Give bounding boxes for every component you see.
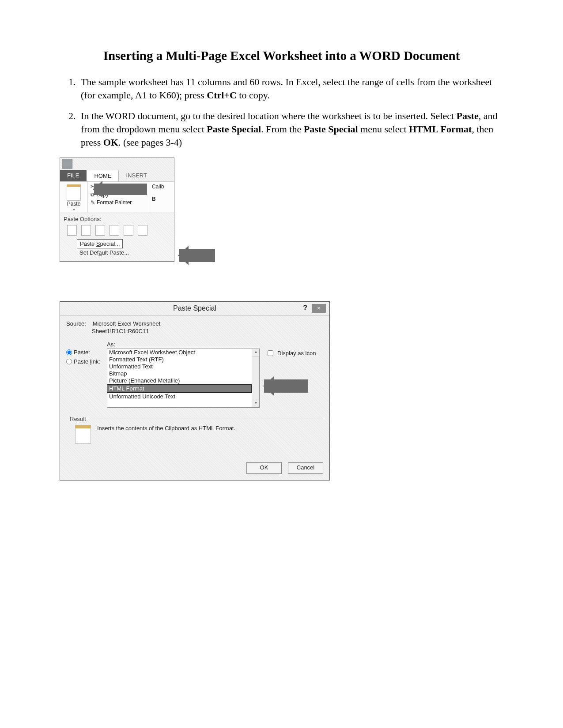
step2-text-g: menu select <box>358 124 409 135</box>
list-item[interactable]: Microsoft Excel Worksheet Object <box>107 349 259 356</box>
cancel-button[interactable]: Cancel <box>288 462 323 474</box>
paste-option-icon[interactable] <box>95 225 105 236</box>
step-1: The sample worksheet has 11 columns and … <box>78 75 503 101</box>
paste-options-header: Paste Options: <box>64 216 170 222</box>
page-title: Inserting a Multi-Page Excel Worksheet i… <box>60 49 503 63</box>
tab-insert[interactable]: INSERT <box>119 170 154 181</box>
source-value-1: Microsoft Excel Worksheet <box>93 320 161 327</box>
result-text: Inserts the contents of the Clipboard as… <box>97 425 235 444</box>
step2-b: Paste <box>457 110 479 121</box>
brush-icon: ✎ <box>91 199 95 206</box>
paste-special-menu-item[interactable]: Paste Special... <box>77 239 123 248</box>
dialog-titlebar: Paste Special ? × <box>60 302 329 315</box>
step1-shortcut: Ctrl+C <box>207 90 237 101</box>
step2-d: Paste Special <box>207 124 261 135</box>
step1-text-a: The sample worksheet has 11 columns and … <box>81 76 492 101</box>
format-listbox[interactable]: ▴ ▾ Microsoft Excel Worksheet Object For… <box>107 349 260 408</box>
paste-dropdown-icon[interactable]: ▾ <box>62 207 86 212</box>
list-item[interactable]: Bitmap <box>107 370 259 377</box>
list-item[interactable]: Unformatted Text <box>107 363 259 370</box>
paste-option-icon[interactable] <box>67 225 77 236</box>
display-as-icon-input[interactable] <box>268 350 273 356</box>
paste-link-radio-input[interactable] <box>66 359 72 364</box>
step2-text-k: . (see pages 3-4) <box>118 137 182 148</box>
paste-option-icon[interactable] <box>110 225 119 236</box>
mnemonic: a <box>98 249 102 256</box>
tab-home[interactable]: HOME <box>87 170 119 181</box>
callout-arrow-icon <box>264 379 308 393</box>
step1-text-c: to copy. <box>237 90 270 101</box>
paste-link-radio[interactable]: Paste link: <box>66 358 107 365</box>
result-group-label: Result <box>66 416 90 422</box>
clipboard-result-icon <box>75 425 91 444</box>
list-item[interactable]: Unformatted Unicode Text <box>107 393 259 400</box>
ok-button[interactable]: OK <box>246 462 282 474</box>
help-button[interactable]: ? <box>303 304 307 312</box>
bold-button[interactable]: B <box>152 196 172 202</box>
figure-paste-special-dialog: Paste Special ? × Source: Microsoft Exce… <box>60 301 338 480</box>
callout-arrow-icon <box>179 249 215 262</box>
display-as-icon-checkbox[interactable]: Display as icon <box>266 349 323 357</box>
step-2: In the WORD document, go to the desired … <box>78 109 503 149</box>
dialog-title: Paste Special <box>173 304 216 312</box>
format-painter-button[interactable]: Format Painter <box>97 199 132 206</box>
step2-h: HTML Format <box>409 124 472 135</box>
paste-option-icon[interactable] <box>124 225 133 236</box>
paste-button[interactable]: Paste ▾ <box>60 182 88 213</box>
step2-j: OK <box>103 137 118 148</box>
close-button[interactable]: × <box>312 304 326 313</box>
figure-word-ribbon: FILE HOME INSERT Paste ▾ ✂Cut ⧉Copy ✎For… <box>60 158 236 281</box>
step2-text-a: In the WORD document, go to the desired … <box>81 110 457 121</box>
step2-text-e: . From the <box>261 124 304 135</box>
source-info: Source: Microsoft Excel Worksheet Sheet1… <box>66 320 323 335</box>
display-as-icon-label: Display as icon <box>277 350 316 356</box>
steps-list: The sample worksheet has 11 columns and … <box>60 75 503 149</box>
mnemonic: S <box>96 240 100 247</box>
list-item-selected[interactable]: HTML Format <box>107 384 252 393</box>
font-name-box[interactable]: Calib <box>152 184 172 190</box>
tab-file[interactable]: FILE <box>60 170 87 181</box>
clipboard-icon <box>67 184 81 201</box>
paste-dropdown-menu: Paste Options: Paste Special... Set Defa… <box>60 213 174 261</box>
callout-arrow-icon <box>94 184 147 195</box>
scroll-down-icon[interactable]: ▾ <box>252 400 259 407</box>
source-value-2: Sheet1!R1C1:R60C11 <box>92 328 149 334</box>
paste-option-icon[interactable] <box>138 225 147 236</box>
paste-label: Paste <box>62 201 86 207</box>
scroll-up-icon[interactable]: ▴ <box>252 349 259 356</box>
as-label: As: <box>107 341 260 348</box>
paste-radio-input[interactable] <box>66 349 72 355</box>
paste-radio[interactable]: Paste: <box>66 349 107 356</box>
paste-option-icon[interactable] <box>81 225 91 236</box>
set-default-paste-menu-item[interactable]: Set Default Paste... <box>64 248 170 257</box>
source-label: Source: <box>66 320 91 327</box>
list-item[interactable]: Formatted Text (RTF) <box>107 356 259 363</box>
list-item[interactable]: Picture (Enhanced Metafile) <box>107 377 259 384</box>
step2-f: Paste Special <box>304 124 358 135</box>
word-app-icon <box>62 159 72 169</box>
